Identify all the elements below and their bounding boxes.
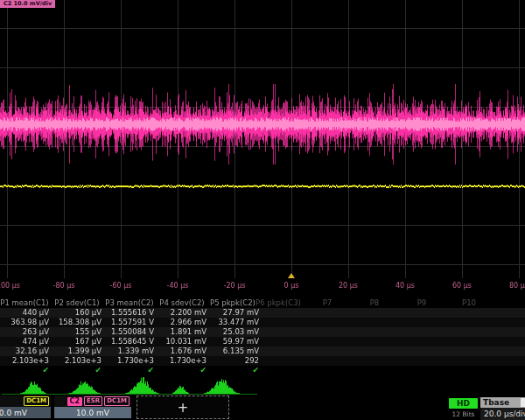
timebase-mini-indicator <box>521 398 525 407</box>
c2-esr-tag: ESR <box>84 396 102 406</box>
measure-cell: 160 µV <box>52 308 102 318</box>
measure-cell: 27.97 mV <box>210 308 259 318</box>
measure-cell: 2.200 mV <box>158 308 206 318</box>
timebase-title: Tbase <box>480 397 525 408</box>
measure-cell: 1.555616 V <box>105 308 154 318</box>
measure-row: 440 µV160 µV1.555616 V2.200 mV27.97 mV <box>0 308 525 318</box>
channel-descriptor-c1[interactable]: DC1M 10.0 mV <box>0 396 51 418</box>
measure-cell: 1.558645 V <box>105 337 154 346</box>
measure-param-header[interactable]: P4 sdev(C2) <box>159 298 204 307</box>
c2-vdiv-value: 10.0 mV <box>54 407 131 418</box>
measure-cell: 1.339 mV <box>105 346 154 356</box>
measure-status-check: ✔ <box>105 366 154 375</box>
measure-cell: 6.135 mV <box>210 346 259 356</box>
x-tick-label: -80 µs <box>53 282 75 290</box>
trigger-time-marker[interactable] <box>288 273 295 278</box>
measurement-table: P1 mean(C1)P2 sdev(C1)P3 mean(C2)P4 sdev… <box>0 298 525 378</box>
measure-param-header[interactable]: P10 <box>462 298 476 307</box>
c2-channel-badge: C2 <box>67 397 82 406</box>
measure-cell: 32.16 µV <box>0 346 49 356</box>
measure-cell: 474 µV <box>0 337 49 346</box>
x-tick-label: 0 µs <box>284 282 299 290</box>
measure-row: 32.16 µV1.399 µV1.339 mV1.676 mV6.135 mV <box>0 346 525 356</box>
measure-cell: 59.97 mV <box>210 337 259 346</box>
measure-cell: 1.399 µV <box>52 346 102 356</box>
measure-cell: 25.03 mV <box>210 327 259 337</box>
measure-row: 363.98 µV158.308 µV1.557591 V2.966 mV33.… <box>0 318 525 327</box>
measure-param-header[interactable]: P5 pkpk(C2) <box>210 298 256 307</box>
measure-param-header[interactable]: P3 mean(C2) <box>105 298 153 307</box>
measure-param-header[interactable]: P8 <box>370 298 380 307</box>
measure-cell: 263 µV <box>0 327 49 337</box>
waveform-grid-canvas <box>0 0 525 278</box>
measure-cell: 33.477 mV <box>210 318 259 327</box>
oscilloscope-screen: C2 10.0 mV/div -100 µs-80 µs-60 µs-40 µs… <box>0 0 525 420</box>
time-axis: -100 µs-80 µs-60 µs-40 µs-20 µs0 µs20 µs… <box>0 278 525 293</box>
measure-cell: 1.891 mV <box>158 327 206 337</box>
trace-annotation-badge: C2 10.0 mV/div <box>0 0 55 8</box>
measure-param-header[interactable]: P6 pkpk(C3) <box>256 298 301 307</box>
measure-cell: 1.730e+3 <box>158 356 206 366</box>
hd-bits-label: 12 Bits <box>445 410 481 418</box>
hd-mode-badge[interactable]: HD <box>449 398 478 409</box>
measure-cell: 1.730e+3 <box>105 356 154 366</box>
x-tick-label: 60 µs <box>452 282 472 290</box>
measure-cell: 2.966 mV <box>158 318 206 327</box>
timebase-value: 20.0 µs/div <box>480 408 525 420</box>
measure-status-row: ✔✔✔✔✔ <box>0 366 525 375</box>
measure-cell: 1.550084 V <box>105 327 154 337</box>
measure-row: 2.103e+32.103e+31.730e+31.730e+3292 <box>0 356 525 366</box>
measure-cell: 2.103e+3 <box>52 356 102 366</box>
timebase-descriptor[interactable]: Tbase 20.0 µs/div <box>480 397 525 420</box>
measure-cell: 440 µV <box>0 308 49 318</box>
x-tick-label: 80 µs <box>509 282 525 290</box>
measure-row: 474 µV167 µV1.558645 V10.031 mV59.97 mV <box>0 337 525 346</box>
x-tick-label: 40 µs <box>396 282 415 290</box>
measure-status-check: ✔ <box>210 366 259 375</box>
measure-cell: 10.031 mV <box>158 337 206 346</box>
x-tick-label: -100 µs <box>0 282 20 290</box>
channel-descriptor-c2[interactable]: C2 ESR DC1M 10.0 mV <box>54 396 131 418</box>
x-tick-label: -60 µs <box>110 282 132 290</box>
measure-param-header[interactable]: P1 mean(C1) <box>0 298 48 307</box>
measure-cell: 155 µV <box>52 327 102 337</box>
measurement-histicons-canvas <box>0 376 525 396</box>
c2-coupling-tag: DC1M <box>104 396 130 406</box>
measure-cell: 167 µV <box>52 337 102 346</box>
measure-status-check: ✔ <box>52 366 102 375</box>
measure-cell: 292 <box>210 356 259 366</box>
c1-vdiv-value: 10.0 mV <box>0 407 51 418</box>
measure-status-check: ✔ <box>158 366 206 375</box>
x-tick-label: -20 µs <box>224 282 246 290</box>
measure-param-header[interactable]: P2 sdev(C1) <box>54 298 99 307</box>
measure-cell: 1.676 mV <box>158 346 206 356</box>
measure-cell: 1.557591 V <box>105 318 154 327</box>
measure-cell: 2.103e+3 <box>0 356 49 366</box>
measure-param-header[interactable]: P7 <box>323 298 332 307</box>
measure-row: 263 µV155 µV1.550084 V1.891 mV25.03 mV <box>0 327 525 337</box>
x-tick-label: 20 µs <box>339 282 358 290</box>
measure-param-header[interactable]: P9 <box>417 298 427 307</box>
x-tick-label: -40 µs <box>167 282 189 290</box>
add-trace-button[interactable]: + <box>136 396 229 419</box>
measure-status-check: ✔ <box>0 366 49 375</box>
measure-cell: 363.98 µV <box>0 318 49 327</box>
measure-cell: 158.308 µV <box>52 318 102 327</box>
c1-coupling-tag: DC1M <box>24 396 49 406</box>
